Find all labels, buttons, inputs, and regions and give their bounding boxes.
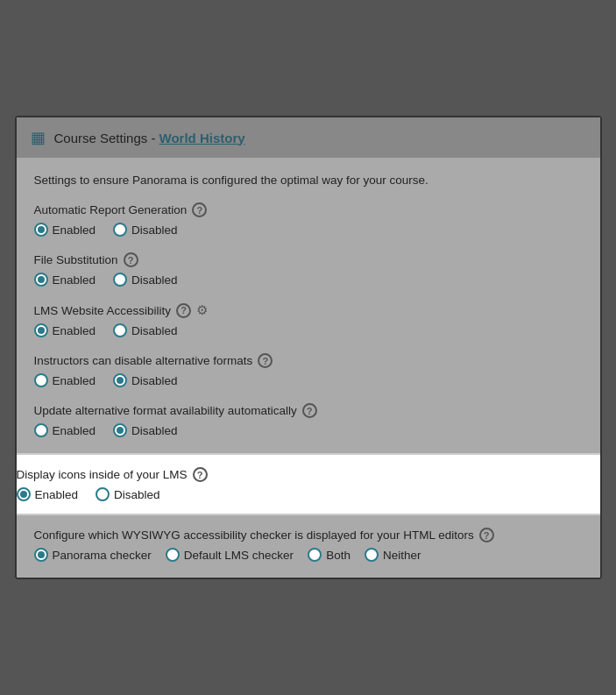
course-icon: ▦ bbox=[31, 128, 46, 147]
radio-wysiwyg-neither[interactable] bbox=[365, 548, 379, 562]
option-display-icons-enabled[interactable]: Enabled bbox=[17, 487, 79, 501]
help-icon-instructors-disable[interactable]: ? bbox=[258, 353, 273, 368]
radio-auto-report-enabled[interactable] bbox=[34, 223, 48, 237]
label-text-display-icons: Display icons inside of your LMS bbox=[17, 468, 188, 481]
setting-label-update-alt-format: Update alternative format availability a… bbox=[34, 403, 583, 418]
radio-instructors-disable-disabled[interactable] bbox=[113, 373, 127, 387]
modal-body: Settings to ensure Panorama is configure… bbox=[17, 158, 600, 453]
label-text-auto-report: Automatic Report Generation bbox=[34, 203, 188, 216]
radio-wysiwyg-lms[interactable] bbox=[166, 548, 180, 562]
option-wysiwyg-panorama[interactable]: Panorama checker bbox=[34, 548, 152, 562]
radio-wysiwyg-both[interactable] bbox=[308, 548, 322, 562]
option-instructors-disable-disabled[interactable]: Disabled bbox=[113, 373, 178, 387]
help-icon-file-substitution[interactable]: ? bbox=[124, 252, 138, 267]
course-settings-modal: ▦ Course Settings - World History Settin… bbox=[15, 116, 602, 579]
setting-auto-report: Automatic Report Generation ? Enabled Di… bbox=[34, 202, 583, 237]
options-display-icons: Enabled Disabled bbox=[17, 487, 600, 501]
options-update-alt-format: Enabled Disabled bbox=[34, 423, 583, 437]
modal-title: Course Settings - World History bbox=[54, 131, 245, 145]
radio-display-icons-enabled[interactable] bbox=[17, 487, 31, 501]
help-icon-update-alt-format[interactable]: ? bbox=[302, 403, 317, 418]
label-text-instructors-disable: Instructors can disable alternative form… bbox=[34, 354, 253, 367]
options-file-substitution: Enabled Disabled bbox=[34, 273, 583, 287]
label-text-lms-accessibility: LMS Website Accessibility bbox=[34, 304, 172, 317]
label-text-file-substitution: File Substitution bbox=[34, 253, 118, 266]
setting-label-display-icons: Display icons inside of your LMS ? bbox=[17, 467, 600, 482]
option-lms-accessibility-disabled[interactable]: Disabled bbox=[113, 323, 178, 337]
radio-lms-accessibility-disabled[interactable] bbox=[113, 323, 127, 337]
gear-icon-lms-accessibility[interactable]: ⚙ bbox=[196, 302, 208, 318]
description-text: Settings to ensure Panorama is configure… bbox=[34, 174, 583, 187]
setting-file-substitution: File Substitution ? Enabled Disabled bbox=[34, 252, 583, 287]
option-update-alt-format-enabled[interactable]: Enabled bbox=[34, 423, 96, 437]
course-name-link[interactable]: World History bbox=[159, 131, 245, 145]
setting-lms-accessibility: LMS Website Accessibility ? ⚙ Enabled Di… bbox=[34, 302, 583, 337]
option-file-substitution-enabled[interactable]: Enabled bbox=[34, 273, 96, 287]
option-wysiwyg-lms[interactable]: Default LMS checker bbox=[166, 548, 294, 562]
label-text-wysiwyg: Configure which WYSIWYG accessibility ch… bbox=[34, 528, 474, 542]
wysiwyg-section: Configure which WYSIWYG accessibility ch… bbox=[17, 515, 600, 578]
title-prefix: Course Settings - bbox=[54, 131, 159, 145]
option-lms-accessibility-enabled[interactable]: Enabled bbox=[34, 323, 96, 337]
radio-instructors-disable-enabled[interactable] bbox=[34, 373, 48, 387]
option-display-icons-disabled[interactable]: Disabled bbox=[96, 487, 160, 501]
setting-instructors-disable: Instructors can disable alternative form… bbox=[34, 353, 583, 387]
options-auto-report: Enabled Disabled bbox=[34, 223, 583, 237]
setting-label-lms-accessibility: LMS Website Accessibility ? ⚙ bbox=[34, 302, 583, 318]
highlighted-display-icons-section: Display icons inside of your LMS ? Enabl… bbox=[15, 453, 602, 515]
radio-wysiwyg-panorama[interactable] bbox=[34, 548, 48, 562]
radio-update-alt-format-enabled[interactable] bbox=[34, 423, 48, 437]
radio-display-icons-disabled[interactable] bbox=[96, 487, 110, 501]
setting-update-alt-format: Update alternative format availability a… bbox=[34, 403, 583, 437]
help-icon-wysiwyg[interactable]: ? bbox=[479, 528, 494, 543]
help-icon-lms-accessibility[interactable]: ? bbox=[176, 303, 191, 318]
option-file-substitution-disabled[interactable]: Disabled bbox=[113, 273, 178, 287]
radio-file-substitution-disabled[interactable] bbox=[113, 273, 127, 287]
option-wysiwyg-both[interactable]: Both bbox=[308, 548, 350, 562]
radio-update-alt-format-disabled[interactable] bbox=[113, 423, 127, 437]
setting-label-auto-report: Automatic Report Generation ? bbox=[34, 202, 583, 217]
setting-label-instructors-disable: Instructors can disable alternative form… bbox=[34, 353, 583, 368]
radio-file-substitution-enabled[interactable] bbox=[34, 273, 48, 287]
setting-label-file-substitution: File Substitution ? bbox=[34, 252, 583, 267]
label-text-update-alt-format: Update alternative format availability a… bbox=[34, 404, 297, 417]
options-wysiwyg: Panorama checker Default LMS checker Bot… bbox=[34, 548, 583, 562]
help-icon-auto-report[interactable]: ? bbox=[192, 202, 207, 217]
options-instructors-disable: Enabled Disabled bbox=[34, 373, 583, 387]
options-lms-accessibility: Enabled Disabled bbox=[34, 323, 583, 337]
option-instructors-disable-enabled[interactable]: Enabled bbox=[34, 373, 96, 387]
option-auto-report-enabled[interactable]: Enabled bbox=[34, 223, 96, 237]
option-wysiwyg-neither[interactable]: Neither bbox=[365, 548, 421, 562]
setting-label-wysiwyg: Configure which WYSIWYG accessibility ch… bbox=[34, 528, 583, 543]
modal-header: ▦ Course Settings - World History bbox=[17, 117, 600, 158]
help-icon-display-icons[interactable]: ? bbox=[193, 467, 208, 482]
radio-lms-accessibility-enabled[interactable] bbox=[34, 323, 48, 337]
radio-auto-report-disabled[interactable] bbox=[113, 223, 127, 237]
option-update-alt-format-disabled[interactable]: Disabled bbox=[113, 423, 178, 437]
option-auto-report-disabled[interactable]: Disabled bbox=[113, 223, 178, 237]
